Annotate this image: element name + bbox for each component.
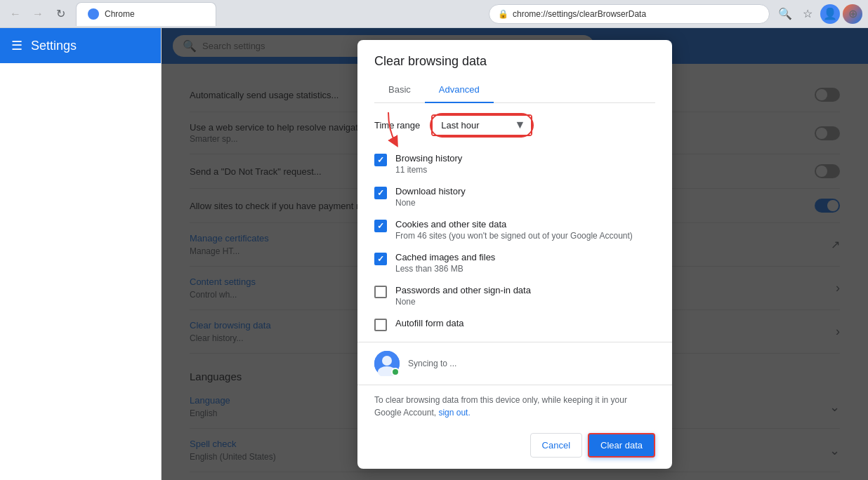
cancel-button[interactable]: Cancel	[530, 433, 582, 458]
nav-buttons: ← → ↻	[6, 4, 70, 24]
checkbox-download-history[interactable]: Download history None	[357, 180, 672, 213]
dialog-body: Time range Last hour Last 24 hours Last …	[357, 103, 672, 342]
dialog-actions: Cancel Clear data	[357, 427, 672, 469]
checkbox-download-history-label: Download history	[395, 186, 466, 196]
tab-advanced[interactable]: Advanced	[425, 77, 494, 103]
checkbox-passwords-input[interactable]	[374, 286, 387, 298]
checkbox-cookies-sublabel: From 46 sites (you won't be signed out o…	[395, 231, 633, 241]
tab-basic[interactable]: Basic	[374, 77, 425, 103]
checkbox-download-history-sublabel: None	[395, 198, 466, 208]
dialog-overlay: Clear browsing data Basic Advanced	[162, 28, 868, 480]
sign-out-link[interactable]: sign out.	[438, 408, 470, 418]
settings-page: ☰ Settings 🔍 Automatically send usage st…	[0, 28, 868, 480]
extensions-button[interactable]: ⊕	[843, 4, 862, 24]
checkbox-download-history-input[interactable]	[374, 187, 387, 199]
avatar-wrap	[374, 351, 400, 376]
checkbox-autofill-input[interactable]	[374, 319, 387, 331]
time-range-select-wrap[interactable]: Last hour Last 24 hours Last 7 days Last…	[431, 114, 532, 136]
dialog-footer-note: To clear browsing data from this device …	[357, 385, 672, 427]
dialog-tabs: Basic Advanced	[374, 77, 655, 103]
checkbox-passwords-sublabel: None	[395, 297, 531, 307]
tab-label: Chrome	[105, 9, 135, 19]
refresh-button[interactable]: ↻	[51, 4, 70, 24]
clear-data-button[interactable]: Clear data	[588, 433, 655, 458]
checkbox-cached-input[interactable]	[374, 253, 387, 265]
checkbox-browsing-history-input[interactable]	[374, 154, 387, 166]
checkbox-cached-label: Cached images and files	[395, 252, 495, 262]
forward-button[interactable]: →	[28, 4, 48, 24]
sync-badge	[391, 368, 400, 376]
clear-browsing-dialog: Clear browsing data Basic Advanced	[357, 40, 672, 469]
settings-header: ☰ Settings	[0, 28, 161, 63]
menu-icon[interactable]: ☰	[11, 38, 22, 53]
time-range-select[interactable]: Last hour Last 24 hours Last 7 days Last…	[433, 116, 531, 135]
checkbox-cached[interactable]: Cached images and files Less than 386 MB	[357, 246, 672, 279]
omnibox[interactable]: 🔒 chrome://settings/clearBrowserData	[489, 4, 770, 24]
url-text: chrome://settings/clearBrowserData	[513, 9, 646, 19]
checkbox-passwords[interactable]: Passwords and other sign-in data None	[357, 279, 672, 312]
footer-text: To clear browsing data from this device …	[374, 395, 627, 418]
checkbox-cached-sublabel: Less than 386 MB	[395, 264, 495, 274]
checkbox-autofill[interactable]: Autofill form data	[357, 312, 672, 337]
settings-main: 🔍 Automatically send usage statistics...…	[162, 28, 868, 480]
tab-favicon	[88, 8, 99, 20]
settings-sidebar: ☰ Settings	[0, 28, 162, 480]
chrome-tab[interactable]: Chrome	[76, 2, 216, 26]
svg-point-2	[382, 356, 392, 366]
browser-actions: 🔍 ☆ 👤 ⊕	[775, 4, 862, 24]
lock-icon: 🔒	[498, 9, 508, 19]
checkbox-autofill-label: Autofill form data	[395, 318, 464, 328]
profile-button[interactable]: 👤	[820, 4, 840, 24]
dialog-header: Clear browsing data Basic Advanced	[357, 40, 672, 103]
checkbox-cookies-input[interactable]	[374, 220, 387, 232]
star-button[interactable]: ☆	[798, 4, 817, 24]
checkbox-browsing-history[interactable]: Browsing history 11 items	[357, 147, 672, 180]
svg-point-0	[90, 11, 97, 18]
tab-bar: Chrome	[76, 2, 483, 26]
dialog-title: Clear browsing data	[374, 54, 655, 69]
search-action-button[interactable]: 🔍	[775, 4, 795, 24]
back-button[interactable]: ←	[6, 4, 25, 24]
checkbox-cookies[interactable]: Cookies and other site data From 46 site…	[357, 213, 672, 246]
footer-sync: Syncing to ...	[357, 342, 672, 385]
checkbox-passwords-label: Passwords and other sign-in data	[395, 285, 531, 295]
browser-chrome: ← → ↻ Chrome 🔒 chrome://settings/clearBr…	[0, 0, 868, 28]
checkbox-cookies-label: Cookies and other site data	[395, 219, 633, 229]
time-range-label: Time range	[374, 120, 420, 131]
checkbox-browsing-history-label: Browsing history	[395, 153, 462, 164]
settings-title: Settings	[31, 39, 77, 53]
time-range-row: Time range Last hour Last 24 hours Last …	[357, 114, 672, 147]
sync-text: Syncing to ...	[408, 359, 456, 368]
checkbox-browsing-history-sublabel: 11 items	[395, 165, 462, 175]
